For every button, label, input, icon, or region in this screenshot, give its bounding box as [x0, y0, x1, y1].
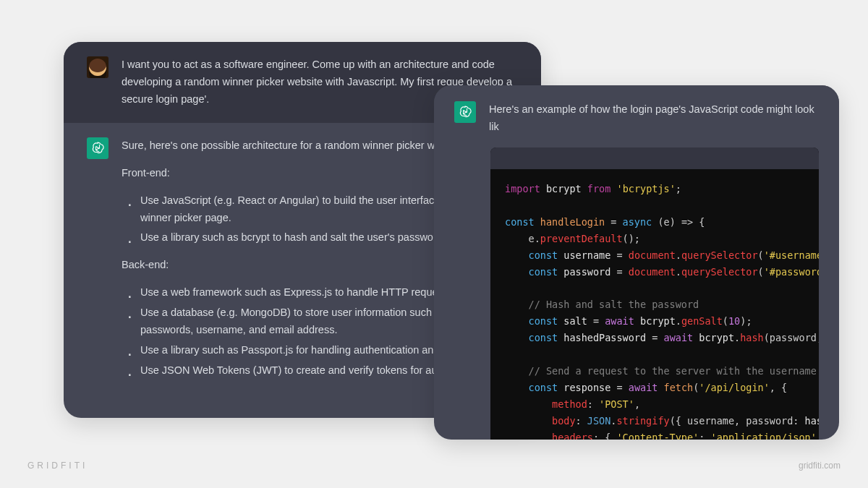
- assistant-message-right: Here's an example of how the login page'…: [434, 85, 839, 147]
- code-content: import bcrypt from 'bcryptjs'; const han…: [490, 169, 819, 440]
- code-block-header: [490, 147, 819, 169]
- chat-panel-right: Here's an example of how the login page'…: [434, 85, 839, 440]
- chatgpt-icon: [454, 101, 476, 123]
- code-block: import bcrypt from 'bcryptjs'; const han…: [490, 147, 819, 440]
- user-avatar: [87, 56, 109, 78]
- chatgpt-icon: [87, 137, 109, 159]
- brand-logo: GRIDFITI: [27, 461, 88, 471]
- assistant-code-intro: Here's an example of how the login page'…: [489, 101, 819, 136]
- brand-url: gridfiti.com: [799, 461, 841, 471]
